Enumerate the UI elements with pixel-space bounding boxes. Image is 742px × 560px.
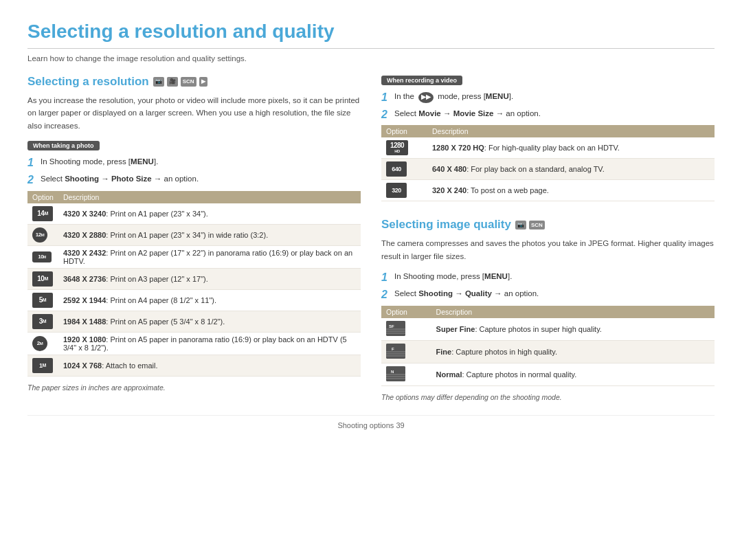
col-description-q: Description [431,306,715,318]
table-row: SF Super Fine: Capture photos in super h… [381,318,715,341]
table-row: 1M 1024 X 768: Attach to email. [27,355,361,376]
opt-icon-14m: 14M [32,206,53,221]
qual-scn-icon: SCN [529,221,545,230]
right-column: When recording a video 1 In the ▶▶ mode,… [381,75,715,401]
resolution-section: Selecting a resolution 📷 🎥 SCN ▶ As you … [27,75,361,392]
smart-icon: SCN [181,77,196,87]
table-row: 10M 3648 X 2736: Print on A3 paper (12" … [27,268,361,289]
opt-desc: Super Fine: Capture photos in super high… [431,318,715,341]
opt-icon-1280: 1280 HD [386,140,408,155]
svg-text:N: N [391,370,394,374]
svg-text:SF: SF [389,324,394,328]
opt-icon-5m: 5M [32,293,53,308]
table-row: 3M 1984 X 1488: Print on A5 paper (5 3/4… [27,311,361,332]
opt-desc: 1280 X 720 HQ: For high-quality play bac… [427,137,715,159]
video-step1: 1 In the ▶▶ mode, press [MENU]. [381,91,715,104]
opt-icon-640: 640 [386,161,407,177]
photo-options-table: Option Description 14M 4320 X 3240: Prin… [27,191,361,377]
opt-desc: 1024 X 768: Attach to email. [58,355,361,376]
opt-desc: 4320 X 2880: Print on A1 paper (23" x 34… [58,224,361,245]
opt-desc: 320 X 240: To post on a web page. [427,180,715,201]
page-title: Selecting a resolution and quality [27,21,715,49]
quality-icons: 📷 SCN [515,221,545,230]
left-column: Selecting a resolution 📷 🎥 SCN ▶ As you … [27,75,361,401]
table-row: 5M 2592 X 1944: Print on A4 paper (8 1/2… [27,289,361,311]
video-badge: When recording a video [381,76,462,85]
opt-icon-2m: 2M [32,336,47,351]
col-option: Option [27,191,58,203]
svg-text:F: F [392,347,394,351]
table-row: 320 320 X 240: To post on a web page. [381,180,715,201]
resolution-desc: As you increase the resolution, your pho… [27,94,361,132]
opt-desc: Fine: Capture photos in high quality. [431,340,715,363]
table-row: 1280 HD 1280 X 720 HQ: For high-quality … [381,137,715,159]
col-description-v: Description [427,125,715,137]
opt-icon-320: 320 [386,183,407,198]
page-subtitle: Learn how to change the image resolution… [27,54,715,63]
opt-desc: 4320 X 3240: Print on A1 paper (23" x 34… [58,203,361,225]
svg-rect-0 [386,321,405,336]
photo-icon: 📷 [153,77,164,87]
opt-icon-10m-pan: 10M [32,251,52,262]
opt-desc: 1984 X 1488: Print on A5 paper (5 3/4" x… [58,311,361,332]
video-step2: 2 Select Movie → Movie Size → an option. [381,108,715,121]
opt-desc: 2592 X 1944: Print on A4 paper (8 1/2" x… [58,289,361,311]
col-option-v: Option [381,125,427,137]
col-option-q: Option [381,306,431,318]
photo-badge: When taking a photo [27,141,100,150]
opt-desc: Normal: Capture photos in normal quality… [431,363,715,385]
opt-icon-12m: 12M [32,227,47,243]
quality-options-table: Option Description SF [381,306,715,386]
resolution-step1: 1 In Shooting mode, press [MENU]. [27,156,361,169]
opt-desc: 1920 X 1080: Print on A5 paper in panora… [58,332,361,355]
cam-icon: 🎥 [167,77,178,87]
quality-section: Selecting image quality 📷 SCN The camera… [381,218,715,401]
svg-rect-5 [386,344,405,359]
opt-desc: 3648 X 2736: Print on A3 paper (12" x 17… [58,268,361,289]
resolution-icons: 📷 🎥 SCN ▶ [153,77,207,87]
table-row: 14M 4320 X 3240: Print on A1 paper (23" … [27,203,361,225]
opt-icon-3m: 3M [32,314,53,329]
opt-desc: 640 X 480: For play back on a standard, … [427,159,715,180]
quality-section-title: Selecting image quality 📷 SCN [381,218,715,232]
opt-icon-1m: 1M [32,358,53,373]
col-description: Description [58,191,361,203]
table-row: F Fine: Capture photos in high quality. [381,340,715,363]
table-row: N Normal: Capture photos in normal quali… [381,363,715,385]
opt-desc: 4320 X 2432: Print on A2 paper (17" x 22… [58,245,361,268]
table-row: 2M 1920 X 1080: Print on A5 paper in pan… [27,332,361,355]
table-row: 10M 4320 X 2432: Print on A2 paper (17" … [27,245,361,268]
page-footer: Shooting options 39 [27,415,715,429]
video-section: When recording a video 1 In the ▶▶ mode,… [381,75,715,201]
quality-step1: 1 In Shooting mode, press [MENU]. [381,271,715,284]
resolution-section-title: Selecting a resolution 📷 🎥 SCN ▶ [27,75,361,89]
quality-footnote: The options may differ depending on the … [381,393,715,401]
table-row: 640 640 X 480: For play back on a standa… [381,159,715,180]
svg-rect-10 [386,366,405,381]
photo-footnote: The paper sizes in inches are approximat… [27,383,361,392]
video-icon: ▶ [199,77,207,87]
opt-icon-f: F [386,344,405,359]
opt-icon-sf: SF [386,321,405,336]
qual-cam-icon: 📷 [515,221,526,230]
video-options-table: Option Description 1280 HD 1280 X 720 HQ… [381,125,715,201]
quality-desc: The camera compresses and saves the phot… [381,237,715,262]
table-row: 12M 4320 X 2880: Print on A1 paper (23" … [27,224,361,245]
opt-icon-n: N [386,366,405,381]
video-mode-icon: ▶▶ [418,92,434,103]
resolution-step2: 2 Select Shooting → Photo Size → an opti… [27,173,361,186]
quality-step2: 2 Select Shooting → Quality → an option. [381,288,715,301]
opt-icon-10m: 10M [32,271,53,287]
